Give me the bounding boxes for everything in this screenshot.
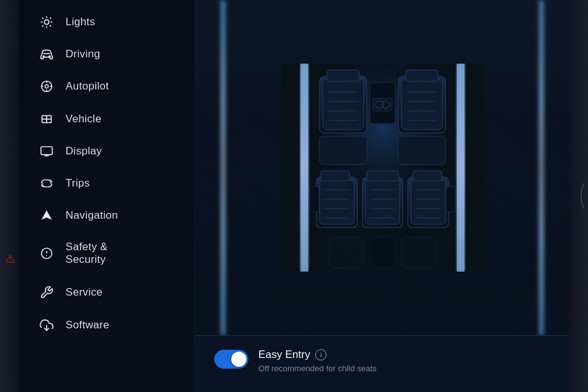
display-icon: [38, 146, 55, 157]
sidebar: Lights Driving: [19, 0, 195, 392]
service-icon: [38, 285, 55, 299]
svg-line-7: [42, 25, 43, 26]
svg-rect-77: [446, 187, 455, 212]
sidebar-item-display[interactable]: Display: [19, 136, 195, 166]
vehicle-icon: [38, 112, 55, 126]
sidebar-item-navigation[interactable]: Navigation: [19, 200, 195, 231]
software-label: Software: [66, 319, 110, 331]
svg-rect-43: [401, 79, 442, 130]
driving-icon: [38, 49, 55, 60]
vehicle-label: Vehicle: [66, 113, 101, 125]
easy-entry-info-icon[interactable]: i: [315, 349, 326, 360]
easy-entry-title-row: Easy Entry i: [258, 349, 377, 361]
seat-visualization: [195, 0, 569, 335]
svg-rect-68: [367, 171, 398, 181]
display-label: Display: [66, 145, 102, 158]
safety-security-label: Safety & Security: [66, 241, 108, 267]
light-strip-right: [539, 0, 544, 335]
svg-rect-75: [413, 171, 442, 181]
easy-entry-section: Easy Entry i Off recommended for child s…: [195, 335, 569, 392]
svg-line-4: [50, 25, 51, 26]
software-icon: [38, 318, 55, 332]
sidebar-item-service[interactable]: Service: [19, 277, 195, 308]
light-strip-left: [221, 0, 226, 335]
svg-point-10: [49, 55, 51, 58]
svg-rect-33: [301, 64, 308, 272]
svg-point-29: [47, 256, 47, 257]
service-label: Service: [66, 286, 103, 299]
svg-point-12: [45, 84, 49, 88]
svg-marker-26: [42, 210, 52, 220]
easy-entry-title-text: Easy Entry: [258, 349, 310, 361]
seat-svg: [282, 64, 483, 272]
svg-point-9: [43, 55, 45, 58]
svg-rect-36: [323, 79, 364, 130]
toggle-container[interactable]: [214, 350, 248, 369]
sidebar-item-trips[interactable]: Trips: [19, 168, 195, 199]
svg-rect-61: [321, 171, 350, 181]
sidebar-item-lights[interactable]: Lights: [19, 6, 195, 38]
navigation-icon: [38, 209, 55, 222]
svg-line-3: [42, 18, 43, 19]
easy-entry-toggle[interactable]: [214, 350, 248, 369]
right-edge: [569, 0, 588, 392]
autopilot-icon: [38, 79, 55, 93]
sidebar-item-driving[interactable]: Driving: [19, 39, 195, 69]
main-content: Easy Entry i Off recommended for child s…: [195, 0, 569, 392]
left-edge: ⚠: [0, 0, 19, 392]
safety-icon: [38, 246, 55, 260]
svg-rect-48: [406, 70, 438, 81]
svg-point-0: [44, 20, 49, 24]
sidebar-item-vehicle[interactable]: Vehicle: [19, 103, 195, 135]
autopilot-label: Autopilot: [66, 80, 109, 93]
driving-label: Driving: [66, 48, 100, 61]
trips-label: Trips: [66, 177, 90, 190]
svg-rect-34: [457, 64, 464, 272]
easy-entry-text: Easy Entry i Off recommended for child s…: [258, 349, 377, 373]
svg-rect-41: [327, 70, 359, 81]
warning-icon: ⚠: [5, 252, 15, 266]
svg-line-8: [50, 18, 51, 19]
lights-icon: [38, 15, 55, 29]
navigation-label: Navigation: [66, 209, 118, 222]
trips-icon: [38, 176, 55, 190]
sidebar-item-autopilot[interactable]: Autopilot: [19, 71, 195, 102]
svg-rect-76: [310, 187, 319, 212]
sidebar-item-safety-security[interactable]: Safety & Security: [19, 232, 195, 275]
sidebar-item-software[interactable]: Software: [19, 309, 195, 341]
right-edge-decoration: [572, 177, 585, 215]
svg-rect-23: [41, 147, 52, 155]
svg-rect-79: [370, 237, 395, 268]
easy-entry-row: Easy Entry i Off recommended for child s…: [214, 349, 550, 373]
svg-rect-80: [401, 237, 436, 268]
lights-label: Lights: [66, 16, 95, 28]
svg-rect-54: [398, 136, 446, 164]
svg-rect-78: [329, 237, 364, 268]
svg-rect-53: [320, 136, 367, 164]
easy-entry-subtitle: Off recommended for child seats: [258, 364, 377, 373]
